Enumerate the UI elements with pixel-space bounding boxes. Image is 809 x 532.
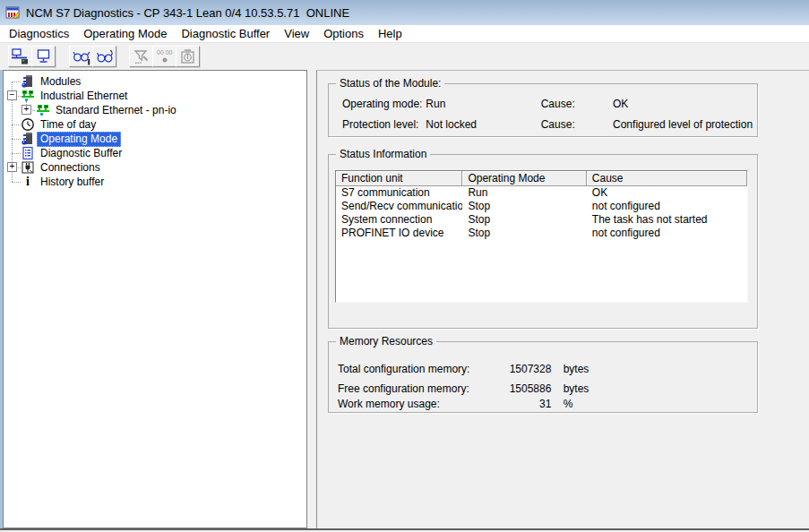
toolbar-button-view-online[interactable] [8, 46, 32, 67]
tree-item-standard-ethernet-pn-io[interactable]: + Standard Ethernet - pn-io [4, 103, 306, 117]
cell-cause: The task has not started [587, 213, 747, 227]
expand-toggle[interactable]: + [7, 162, 17, 172]
cell-cause: not configured [587, 200, 747, 213]
protection-level-row: Protection level: Not locked Cause: Conf… [342, 118, 752, 131]
table-row[interactable]: System connection Stop The task has not … [336, 213, 747, 227]
title-bar: NCM S7 Diagnostics - CP 343-1 Lean 0/4 1… [0, 0, 809, 25]
cell-operating-mode: Stop [462, 227, 586, 240]
groupbox-title: Status Information [336, 148, 430, 161]
tree-branch-line [12, 182, 21, 183]
cell-operating-mode: Stop [462, 213, 586, 227]
memory-value: 31 [500, 398, 551, 410]
svg-text:00 00: 00 00 [157, 49, 173, 56]
details-panel: Status of the Module: Operating mode: Ru… [316, 70, 809, 528]
tree-item-label: History buffer [37, 175, 108, 190]
table-row[interactable]: S7 communication Run OK [336, 186, 747, 200]
tree-item-operating-mode[interactable]: Operating Mode [4, 132, 306, 146]
collapse-toggle[interactable]: − [7, 90, 17, 100]
tree-item-label: Standard Ethernet - pn-io [52, 103, 180, 118]
cell-operating-mode: Stop [462, 200, 586, 213]
tree-item-label: Diagnostic Buffer [37, 146, 125, 161]
menu-view[interactable]: View [277, 25, 316, 42]
menu-diagnostic-buffer[interactable]: Diagnostic Buffer [174, 25, 277, 42]
tree-item-diagnostic-buffer[interactable]: Diagnostic Buffer [4, 146, 306, 160]
info-i-icon: i [21, 175, 35, 189]
status-information-table: Function unit Operating Mode Cause S7 co… [335, 170, 748, 303]
cell-operating-mode: Run [462, 186, 586, 200]
groupbox-title: Memory Resources [336, 335, 436, 348]
diagnostics-tree-panel: Modules − Industrial Ethernet + [3, 70, 307, 528]
filter-edit-icon [132, 47, 151, 66]
toolbar-button-filter-edit[interactable] [129, 46, 153, 67]
tree-branch-line [12, 82, 21, 82]
column-header[interactable]: Operating Mode [462, 171, 586, 186]
work-memory-usage-row: Work memory usage: 31 % [338, 398, 572, 410]
tree-item-connections[interactable]: + Connections [4, 160, 306, 175]
menu-options[interactable]: Options [316, 25, 371, 42]
cause-value: OK [613, 98, 628, 110]
window-bottom-border [0, 528, 809, 530]
tree-item-modules[interactable]: Modules [4, 74, 306, 89]
toolbar-button-time-info[interactable] [176, 46, 200, 67]
tree-item-label: Modules [37, 74, 84, 90]
app-icon [5, 5, 21, 21]
cell-function-unit: Send/Recv communication [336, 200, 462, 213]
menu-help[interactable]: Help [371, 25, 409, 42]
clock-icon [21, 117, 35, 132]
operating-mode-row: Operating mode: Run Cause: OK [342, 98, 752, 110]
cell-cause: OK [587, 186, 747, 200]
tree-item-label: Time of day [37, 117, 99, 133]
menu-diagnostics[interactable]: Diagnostics [2, 25, 76, 42]
cell-function-unit: S7 communication [336, 186, 462, 200]
time-info-icon [178, 47, 198, 66]
menu-operating-mode[interactable]: Operating Mode [76, 25, 174, 42]
tree-branch-line [12, 124, 21, 125]
expand-toggle[interactable]: + [22, 105, 31, 115]
module-icon [21, 132, 35, 146]
field-label: Protection level: [342, 118, 423, 131]
memory-resources-groupbox: Memory Resources Total configuration mem… [328, 341, 758, 413]
toolbar-button-glasses[interactable] [92, 46, 116, 67]
tree-item-industrial-ethernet[interactable]: − Industrial Ethernet [4, 89, 306, 103]
ethernet-network-icon [21, 89, 35, 103]
ethernet-network-icon [36, 103, 50, 117]
tree-item-label: Industrial Ethernet [37, 89, 131, 104]
table-row[interactable]: PROFINET IO device Stop not configured [336, 227, 747, 240]
table-header-row: Function unit Operating Mode Cause [336, 171, 747, 186]
memory-unit: bytes [564, 363, 590, 375]
field-value: Run [426, 98, 538, 110]
toolbar: 00 00 [0, 43, 809, 70]
memory-value: 1505886 [500, 382, 551, 395]
column-header[interactable]: Function unit [336, 171, 462, 186]
panel-splitter[interactable] [307, 70, 316, 528]
ncm-s7-diagnostics-window: NCM S7 Diagnostics - CP 343-1 Lean 0/4 1… [0, 0, 809, 532]
field-label: Operating mode: [342, 98, 423, 110]
cause-label: Cause: [541, 118, 610, 131]
column-header[interactable]: Cause [587, 171, 747, 186]
memory-value: 1507328 [500, 363, 551, 375]
glasses-icon [95, 47, 115, 66]
tree-item-label-selected: Operating Mode [37, 132, 121, 147]
table-row[interactable]: Send/Recv communication Stop not configu… [336, 200, 747, 213]
toolbar-button-monitor[interactable] [31, 46, 56, 67]
monitor-icon [34, 47, 53, 65]
tree-branch-line [12, 139, 21, 140]
total-config-memory-row: Total configuration memory: 1507328 byte… [338, 363, 589, 375]
status-information-groupbox: Status Information Function unit Operati… [328, 154, 758, 329]
cause-label: Cause: [541, 98, 610, 110]
memory-unit: % [564, 398, 573, 410]
tree-item-history-buffer[interactable]: i History buffer [4, 175, 306, 189]
view-online-icon [11, 47, 30, 65]
counter-icon: 00 00 [155, 47, 175, 66]
field-value: Not locked [426, 118, 538, 131]
cell-function-unit: PROFINET IO device [336, 227, 462, 240]
tree-branch-line [12, 153, 21, 154]
cell-cause: not configured [587, 227, 747, 240]
groupbox-title: Status of the Module: [336, 77, 444, 90]
toolbar-button-glasses-hold[interactable] [69, 46, 93, 67]
toolbar-button-counter[interactable]: 00 00 [152, 46, 176, 67]
memory-unit: bytes [564, 382, 590, 395]
cell-function-unit: System connection [336, 213, 462, 227]
tree-item-time-of-day[interactable]: Time of day [4, 117, 306, 132]
free-config-memory-row: Free configuration memory: 1505886 bytes [338, 382, 589, 395]
